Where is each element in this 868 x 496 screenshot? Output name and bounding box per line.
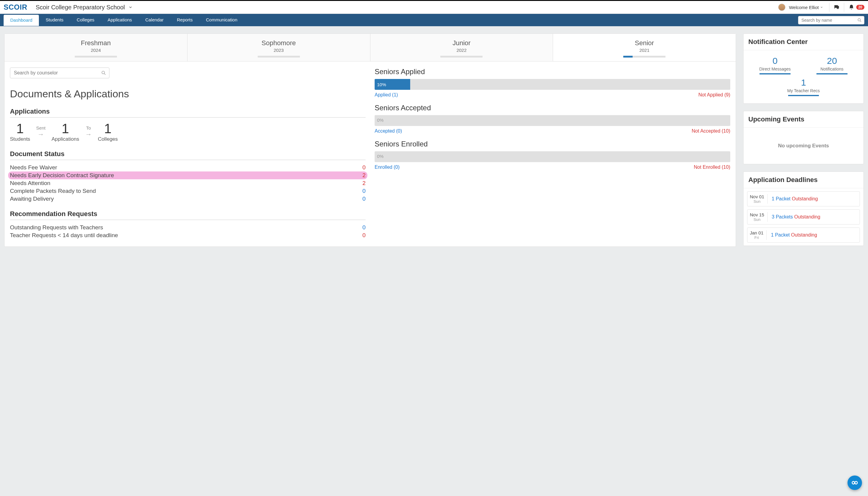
students-count[interactable]: 1 Students <box>10 121 30 142</box>
events-empty: No upcoming Events <box>744 128 864 164</box>
svg-point-0 <box>858 18 861 21</box>
rec-request-row[interactable]: Teacher Requests < 14 days until deadlin… <box>10 231 366 239</box>
class-tab-senior[interactable]: Senior 2021 <box>553 34 736 61</box>
rec-requests-heading: Recommendation Requests <box>10 210 366 220</box>
doc-status-row[interactable]: Needs Early Decision Contract Signature2 <box>8 171 367 179</box>
progress-track <box>75 56 117 58</box>
deadline-link[interactable]: 1 Packet <box>771 232 790 237</box>
bell-icon[interactable] <box>848 4 854 10</box>
count-label: Colleges <box>98 136 118 142</box>
notification-cell[interactable]: 1 My Teacher Recs <box>778 77 829 96</box>
topbar-right: Welcome Elliot 20 <box>778 3 864 12</box>
progress-track <box>440 56 482 58</box>
applications-count[interactable]: 1 Applications <box>51 121 79 142</box>
topbar: SCOIR Scoir College Preparatory School W… <box>0 0 868 14</box>
count-label: Applications <box>51 136 79 142</box>
progress-title: Seniors Accepted <box>375 104 730 112</box>
upcoming-events-heading: Upcoming Events <box>744 111 864 128</box>
progress-link-applied[interactable]: Applied (1) <box>375 92 398 98</box>
colleges-count[interactable]: 1 Colleges <box>98 121 118 142</box>
deadlines-heading: Application Deadlines <box>744 172 864 188</box>
rec-request-row[interactable]: Outstanding Requests with Teachers0 <box>10 223 366 231</box>
doc-status-row[interactable]: Complete Packets Ready to Send0 <box>10 187 366 195</box>
chat-icon[interactable] <box>834 4 840 10</box>
progress-links: Applied (1) Not Applied (9) <box>375 92 730 98</box>
progress-bar: 10% <box>375 79 730 90</box>
deadline-row[interactable]: Jan 01 Fri 1 Packet Outstanding <box>747 228 860 243</box>
avatar[interactable] <box>778 4 786 11</box>
count-value: 1 <box>51 121 79 136</box>
progress-bar: 0% <box>375 115 730 126</box>
progress-link-applied[interactable]: Enrolled (0) <box>375 165 400 170</box>
logo[interactable]: SCOIR <box>4 3 28 12</box>
doc-status-heading: Document Status <box>10 150 366 160</box>
class-tab-sophomore[interactable]: Sophomore 2023 <box>187 34 370 61</box>
nav-tab-students[interactable]: Students <box>39 14 70 26</box>
doc-row-label: Needs Fee Waiver <box>10 164 57 171</box>
nav-tab-applications[interactable]: Applications <box>101 14 139 26</box>
class-tab-name: Freshman <box>7 39 185 47</box>
progress-link-not-applied[interactable]: Not Accepted (10) <box>692 128 730 134</box>
sent-arrow: Sent → <box>36 125 46 138</box>
progress-link-not-applied[interactable]: Not Enrolled (10) <box>694 165 730 170</box>
deadline-status: Outstanding <box>791 232 817 237</box>
page: Freshman 2024 Sophomore 2023 Junior 2022… <box>0 26 868 251</box>
progress-track <box>258 56 300 58</box>
notif-underline <box>788 95 819 96</box>
notif-count: 0 <box>749 56 801 66</box>
deadline-row[interactable]: Nov 15 Sun 3 Packets Outstanding <box>747 210 860 224</box>
progress-empty-text: 0% <box>377 154 384 159</box>
main-panel: Freshman 2024 Sophomore 2023 Junior 2022… <box>4 33 736 247</box>
notification-count-badge[interactable]: 20 <box>856 5 864 10</box>
doc-row-value: 0 <box>362 196 366 202</box>
progress-fill <box>623 56 633 58</box>
notification-center-heading: Notification Center <box>744 34 864 50</box>
notif-label: Direct Messages <box>749 66 801 72</box>
school-selector[interactable]: Scoir College Preparatory School <box>36 4 133 11</box>
notification-cell[interactable]: 20 Notifications <box>806 56 857 74</box>
deadline-link[interactable]: 1 Packet <box>772 196 791 201</box>
counselor-search-input[interactable] <box>10 67 109 78</box>
progress-title: Seniors Enrolled <box>375 140 730 148</box>
notif-label: Notifications <box>806 66 857 72</box>
doc-row-value: 0 <box>362 188 366 195</box>
doc-row-value: 2 <box>362 180 366 187</box>
welcome-dropdown[interactable]: Welcome Elliot <box>787 5 825 10</box>
divider <box>844 3 844 12</box>
deadline-date: Nov 01 Sun <box>750 194 768 204</box>
nav-tab-calendar[interactable]: Calendar <box>139 14 170 26</box>
deadline-day: Sun <box>750 217 764 222</box>
rec-row-label: Outstanding Requests with Teachers <box>10 224 103 231</box>
nav-tab-communication[interactable]: Communication <box>199 14 244 26</box>
class-tab-freshman[interactable]: Freshman 2024 <box>4 34 187 61</box>
right-column: Notification Center 0 Direct Messages 20… <box>743 33 864 246</box>
notification-grid: 0 Direct Messages 20 Notifications 1 My … <box>744 50 864 103</box>
progress-link-applied[interactable]: Accepted (0) <box>375 128 402 134</box>
school-name: Scoir College Preparatory School <box>36 4 125 11</box>
doc-status-row[interactable]: Needs Fee Waiver0 <box>10 164 366 171</box>
deadline-status: Outstanding <box>794 214 820 219</box>
deadline-date-text: Nov 01 <box>750 194 764 199</box>
applications-heading: Applications <box>10 108 366 118</box>
progress-title: Seniors Applied <box>375 67 730 76</box>
search-input[interactable] <box>798 16 864 25</box>
notification-cell[interactable]: 0 Direct Messages <box>749 56 801 74</box>
doc-row-label: Needs Early Decision Contract Signature <box>10 172 114 179</box>
doc-status-row[interactable]: Needs Attention2 <box>10 179 366 187</box>
notification-center-panel: Notification Center 0 Direct Messages 20… <box>743 33 864 104</box>
divider <box>829 3 830 12</box>
svg-line-1 <box>860 21 861 22</box>
chevron-down-icon <box>128 5 133 9</box>
nav-tab-dashboard[interactable]: Dashboard <box>4 15 39 26</box>
progress-link-not-applied[interactable]: Not Applied (9) <box>698 92 730 98</box>
deadline-link[interactable]: 3 Packets <box>772 214 793 219</box>
navbar: DashboardStudentsCollegesApplicationsCal… <box>0 14 868 26</box>
count-value: 1 <box>98 121 118 136</box>
doc-row-label: Complete Packets Ready to Send <box>10 188 96 195</box>
deadline-row[interactable]: Nov 01 Sun 1 Packet Outstanding <box>747 191 860 206</box>
doc-status-row[interactable]: Awaiting Delivery0 <box>10 195 366 203</box>
nav-tab-reports[interactable]: Reports <box>170 14 200 26</box>
class-tab-year: 2024 <box>7 48 185 53</box>
class-tab-junior[interactable]: Junior 2022 <box>370 34 553 61</box>
nav-tab-colleges[interactable]: Colleges <box>70 14 101 26</box>
